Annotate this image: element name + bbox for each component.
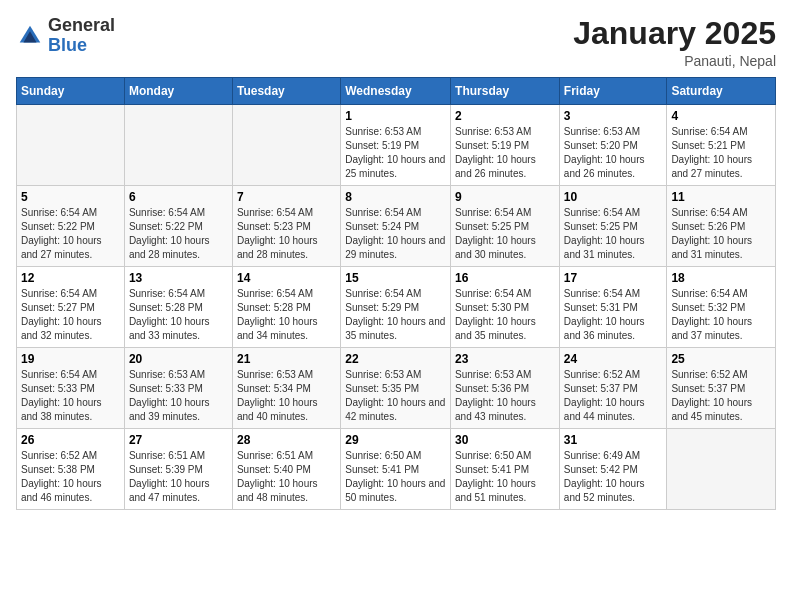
- day-detail: Sunrise: 6:53 AMSunset: 5:35 PMDaylight:…: [345, 368, 446, 424]
- calendar-cell: 27Sunrise: 6:51 AMSunset: 5:39 PMDayligh…: [124, 429, 232, 510]
- day-number: 26: [21, 433, 120, 447]
- calendar-cell: 21Sunrise: 6:53 AMSunset: 5:34 PMDayligh…: [232, 348, 340, 429]
- day-number: 15: [345, 271, 446, 285]
- day-detail: Sunrise: 6:53 AMSunset: 5:34 PMDaylight:…: [237, 368, 336, 424]
- day-number: 4: [671, 109, 771, 123]
- calendar-cell: 14Sunrise: 6:54 AMSunset: 5:28 PMDayligh…: [232, 267, 340, 348]
- day-detail: Sunrise: 6:51 AMSunset: 5:40 PMDaylight:…: [237, 449, 336, 505]
- day-number: 31: [564, 433, 663, 447]
- calendar-cell: 13Sunrise: 6:54 AMSunset: 5:28 PMDayligh…: [124, 267, 232, 348]
- day-number: 22: [345, 352, 446, 366]
- day-number: 19: [21, 352, 120, 366]
- day-detail: Sunrise: 6:51 AMSunset: 5:39 PMDaylight:…: [129, 449, 228, 505]
- calendar-cell: 16Sunrise: 6:54 AMSunset: 5:30 PMDayligh…: [451, 267, 560, 348]
- day-number: 7: [237, 190, 336, 204]
- calendar-cell: 10Sunrise: 6:54 AMSunset: 5:25 PMDayligh…: [559, 186, 667, 267]
- day-number: 24: [564, 352, 663, 366]
- weekday-header: Friday: [559, 78, 667, 105]
- calendar-cell: 28Sunrise: 6:51 AMSunset: 5:40 PMDayligh…: [232, 429, 340, 510]
- day-number: 10: [564, 190, 663, 204]
- calendar-cell: 6Sunrise: 6:54 AMSunset: 5:22 PMDaylight…: [124, 186, 232, 267]
- day-detail: Sunrise: 6:54 AMSunset: 5:29 PMDaylight:…: [345, 287, 446, 343]
- day-number: 18: [671, 271, 771, 285]
- calendar-cell: 9Sunrise: 6:54 AMSunset: 5:25 PMDaylight…: [451, 186, 560, 267]
- calendar-cell: 29Sunrise: 6:50 AMSunset: 5:41 PMDayligh…: [341, 429, 451, 510]
- day-detail: Sunrise: 6:49 AMSunset: 5:42 PMDaylight:…: [564, 449, 663, 505]
- calendar-cell: 25Sunrise: 6:52 AMSunset: 5:37 PMDayligh…: [667, 348, 776, 429]
- calendar-cell: 17Sunrise: 6:54 AMSunset: 5:31 PMDayligh…: [559, 267, 667, 348]
- calendar-cell: 24Sunrise: 6:52 AMSunset: 5:37 PMDayligh…: [559, 348, 667, 429]
- calendar-week-row: 12Sunrise: 6:54 AMSunset: 5:27 PMDayligh…: [17, 267, 776, 348]
- calendar-cell: 2Sunrise: 6:53 AMSunset: 5:19 PMDaylight…: [451, 105, 560, 186]
- calendar-cell: 8Sunrise: 6:54 AMSunset: 5:24 PMDaylight…: [341, 186, 451, 267]
- day-number: 8: [345, 190, 446, 204]
- day-detail: Sunrise: 6:50 AMSunset: 5:41 PMDaylight:…: [455, 449, 555, 505]
- logo-icon: [16, 22, 44, 50]
- calendar-cell: 11Sunrise: 6:54 AMSunset: 5:26 PMDayligh…: [667, 186, 776, 267]
- day-number: 27: [129, 433, 228, 447]
- day-number: 17: [564, 271, 663, 285]
- calendar-cell: 18Sunrise: 6:54 AMSunset: 5:32 PMDayligh…: [667, 267, 776, 348]
- day-detail: Sunrise: 6:52 AMSunset: 5:37 PMDaylight:…: [564, 368, 663, 424]
- weekday-header: Thursday: [451, 78, 560, 105]
- calendar-cell: 5Sunrise: 6:54 AMSunset: 5:22 PMDaylight…: [17, 186, 125, 267]
- title-block: January 2025 Panauti, Nepal: [573, 16, 776, 69]
- day-number: 20: [129, 352, 228, 366]
- day-number: 14: [237, 271, 336, 285]
- day-detail: Sunrise: 6:53 AMSunset: 5:20 PMDaylight:…: [564, 125, 663, 181]
- day-detail: Sunrise: 6:54 AMSunset: 5:26 PMDaylight:…: [671, 206, 771, 262]
- day-detail: Sunrise: 6:54 AMSunset: 5:30 PMDaylight:…: [455, 287, 555, 343]
- day-detail: Sunrise: 6:53 AMSunset: 5:19 PMDaylight:…: [455, 125, 555, 181]
- day-number: 5: [21, 190, 120, 204]
- day-number: 11: [671, 190, 771, 204]
- page-header: General Blue January 2025 Panauti, Nepal: [16, 16, 776, 69]
- calendar-cell: 15Sunrise: 6:54 AMSunset: 5:29 PMDayligh…: [341, 267, 451, 348]
- weekday-header: Sunday: [17, 78, 125, 105]
- logo-blue: Blue: [48, 35, 87, 55]
- day-number: 13: [129, 271, 228, 285]
- calendar-week-row: 19Sunrise: 6:54 AMSunset: 5:33 PMDayligh…: [17, 348, 776, 429]
- day-detail: Sunrise: 6:50 AMSunset: 5:41 PMDaylight:…: [345, 449, 446, 505]
- day-detail: Sunrise: 6:54 AMSunset: 5:32 PMDaylight:…: [671, 287, 771, 343]
- day-detail: Sunrise: 6:53 AMSunset: 5:19 PMDaylight:…: [345, 125, 446, 181]
- calendar-cell: [232, 105, 340, 186]
- calendar-cell: 22Sunrise: 6:53 AMSunset: 5:35 PMDayligh…: [341, 348, 451, 429]
- day-number: 2: [455, 109, 555, 123]
- day-number: 6: [129, 190, 228, 204]
- day-number: 30: [455, 433, 555, 447]
- weekday-header: Monday: [124, 78, 232, 105]
- day-detail: Sunrise: 6:54 AMSunset: 5:24 PMDaylight:…: [345, 206, 446, 262]
- calendar-week-row: 1Sunrise: 6:53 AMSunset: 5:19 PMDaylight…: [17, 105, 776, 186]
- calendar-cell: [124, 105, 232, 186]
- day-number: 16: [455, 271, 555, 285]
- day-number: 28: [237, 433, 336, 447]
- day-detail: Sunrise: 6:54 AMSunset: 5:22 PMDaylight:…: [129, 206, 228, 262]
- day-number: 29: [345, 433, 446, 447]
- day-number: 21: [237, 352, 336, 366]
- calendar-cell: 30Sunrise: 6:50 AMSunset: 5:41 PMDayligh…: [451, 429, 560, 510]
- day-detail: Sunrise: 6:54 AMSunset: 5:25 PMDaylight:…: [455, 206, 555, 262]
- calendar-cell: [17, 105, 125, 186]
- calendar-cell: [667, 429, 776, 510]
- calendar-week-row: 5Sunrise: 6:54 AMSunset: 5:22 PMDaylight…: [17, 186, 776, 267]
- day-detail: Sunrise: 6:54 AMSunset: 5:25 PMDaylight:…: [564, 206, 663, 262]
- calendar-cell: 1Sunrise: 6:53 AMSunset: 5:19 PMDaylight…: [341, 105, 451, 186]
- logo-general: General: [48, 15, 115, 35]
- day-detail: Sunrise: 6:54 AMSunset: 5:33 PMDaylight:…: [21, 368, 120, 424]
- day-detail: Sunrise: 6:53 AMSunset: 5:36 PMDaylight:…: [455, 368, 555, 424]
- day-number: 25: [671, 352, 771, 366]
- day-detail: Sunrise: 6:54 AMSunset: 5:22 PMDaylight:…: [21, 206, 120, 262]
- weekday-header: Wednesday: [341, 78, 451, 105]
- day-detail: Sunrise: 6:54 AMSunset: 5:23 PMDaylight:…: [237, 206, 336, 262]
- calendar-week-row: 26Sunrise: 6:52 AMSunset: 5:38 PMDayligh…: [17, 429, 776, 510]
- day-number: 3: [564, 109, 663, 123]
- calendar-cell: 12Sunrise: 6:54 AMSunset: 5:27 PMDayligh…: [17, 267, 125, 348]
- day-detail: Sunrise: 6:54 AMSunset: 5:21 PMDaylight:…: [671, 125, 771, 181]
- day-number: 1: [345, 109, 446, 123]
- calendar-cell: 4Sunrise: 6:54 AMSunset: 5:21 PMDaylight…: [667, 105, 776, 186]
- logo-text: General Blue: [48, 16, 115, 56]
- calendar-cell: 26Sunrise: 6:52 AMSunset: 5:38 PMDayligh…: [17, 429, 125, 510]
- calendar-cell: 31Sunrise: 6:49 AMSunset: 5:42 PMDayligh…: [559, 429, 667, 510]
- day-detail: Sunrise: 6:52 AMSunset: 5:38 PMDaylight:…: [21, 449, 120, 505]
- calendar-cell: 23Sunrise: 6:53 AMSunset: 5:36 PMDayligh…: [451, 348, 560, 429]
